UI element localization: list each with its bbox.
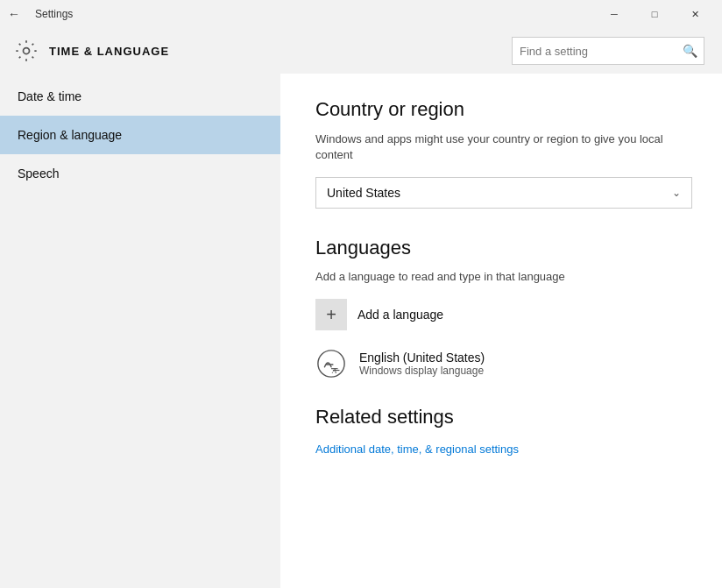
title-bar: ← Settings ─ □ ✕	[0, 0, 722, 28]
language-item[interactable]: A English (United States) Windows displa…	[315, 348, 687, 379]
language-icon: A	[315, 348, 347, 379]
country-section: Country or region Windows and apps might…	[315, 98, 687, 209]
window-title: Settings	[35, 8, 73, 20]
plus-icon: +	[315, 299, 347, 330]
search-input[interactable]	[513, 45, 676, 58]
close-button[interactable]: ✕	[675, 0, 715, 28]
svg-text:A: A	[331, 367, 337, 376]
search-icon[interactable]: 🔍	[676, 37, 704, 65]
language-sublabel: Windows display language	[359, 365, 485, 377]
sidebar: Date & time Region & language Speech	[0, 74, 280, 588]
gear-icon	[14, 39, 39, 63]
languages-section: Languages Add a language to read and typ…	[315, 237, 687, 379]
back-button[interactable]: ←	[0, 0, 28, 28]
minimize-button[interactable]: ─	[594, 0, 634, 28]
chevron-down-icon: ⌄	[672, 187, 681, 199]
country-section-title: Country or region	[315, 98, 687, 121]
languages-title: Languages	[315, 237, 687, 259]
related-link-date-time[interactable]: Additional date, time, & regional settin…	[315, 443, 519, 456]
title-bar-left: ← Settings	[0, 0, 73, 28]
add-language-button[interactable]: + Add a language	[315, 299, 687, 330]
main-layout: Date & time Region & language Speech Cou…	[0, 74, 722, 588]
sidebar-item-date-time[interactable]: Date & time	[0, 77, 280, 116]
languages-desc: Add a language to read and type in that …	[315, 270, 687, 283]
search-box[interactable]: 🔍	[512, 37, 704, 65]
country-select-value: United States	[327, 186, 400, 200]
content-area: Country or region Windows and apps might…	[280, 74, 722, 588]
related-section: Related settings Additional date, time, …	[315, 406, 687, 457]
svg-point-0	[24, 48, 30, 54]
language-name: English (United States)	[359, 351, 485, 365]
app-title: TIME & LANGUAGE	[49, 45, 169, 58]
country-select-dropdown[interactable]: United States ⌄	[315, 177, 692, 209]
svg-point-1	[318, 351, 344, 377]
related-title: Related settings	[315, 406, 687, 429]
sidebar-item-speech[interactable]: Speech	[0, 154, 280, 193]
window-controls: ─ □ ✕	[594, 0, 715, 28]
add-language-label: Add a language	[357, 308, 443, 322]
country-section-desc: Windows and apps might use your country …	[315, 131, 687, 163]
app-header-left: TIME & LANGUAGE	[14, 39, 169, 63]
maximize-button[interactable]: □	[634, 0, 675, 28]
sidebar-item-region-language[interactable]: Region & language	[0, 116, 280, 154]
lang-symbol-icon: A	[316, 349, 346, 379]
language-info: English (United States) Windows display …	[359, 351, 485, 377]
app-header: TIME & LANGUAGE 🔍	[0, 28, 722, 74]
